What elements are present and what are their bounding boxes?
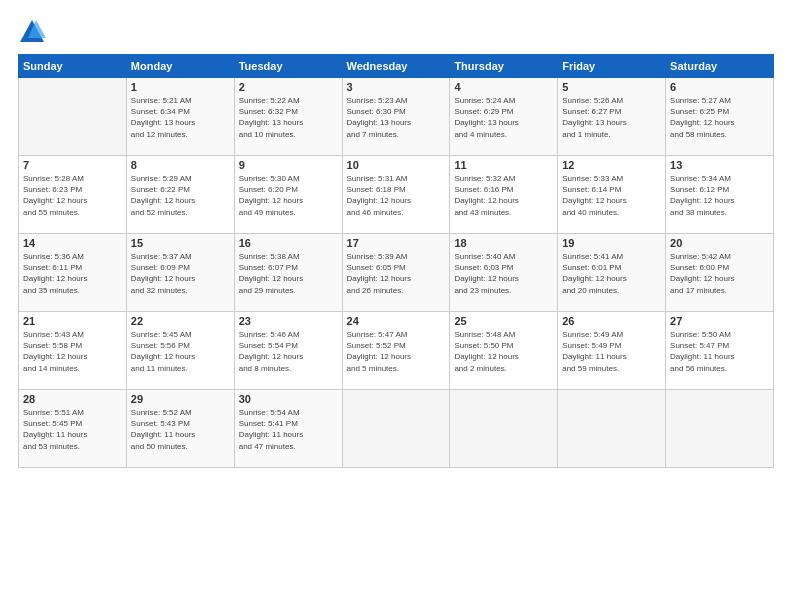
calendar-cell [19, 78, 127, 156]
logo [18, 18, 50, 46]
calendar-cell: 10Sunrise: 5:31 AM Sunset: 6:18 PM Dayli… [342, 156, 450, 234]
day-info: Sunrise: 5:33 AM Sunset: 6:14 PM Dayligh… [562, 173, 661, 218]
day-info: Sunrise: 5:39 AM Sunset: 6:05 PM Dayligh… [347, 251, 446, 296]
day-number: 20 [670, 237, 769, 249]
day-info: Sunrise: 5:47 AM Sunset: 5:52 PM Dayligh… [347, 329, 446, 374]
day-number: 8 [131, 159, 230, 171]
day-info: Sunrise: 5:37 AM Sunset: 6:09 PM Dayligh… [131, 251, 230, 296]
day-info: Sunrise: 5:30 AM Sunset: 6:20 PM Dayligh… [239, 173, 338, 218]
day-number: 26 [562, 315, 661, 327]
calendar-cell: 26Sunrise: 5:49 AM Sunset: 5:49 PM Dayli… [558, 312, 666, 390]
day-number: 21 [23, 315, 122, 327]
calendar-cell: 17Sunrise: 5:39 AM Sunset: 6:05 PM Dayli… [342, 234, 450, 312]
col-header-sunday: Sunday [19, 55, 127, 78]
day-number: 30 [239, 393, 338, 405]
day-number: 27 [670, 315, 769, 327]
calendar-cell: 22Sunrise: 5:45 AM Sunset: 5:56 PM Dayli… [126, 312, 234, 390]
day-info: Sunrise: 5:36 AM Sunset: 6:11 PM Dayligh… [23, 251, 122, 296]
day-number: 6 [670, 81, 769, 93]
calendar-cell: 30Sunrise: 5:54 AM Sunset: 5:41 PM Dayli… [234, 390, 342, 468]
day-info: Sunrise: 5:34 AM Sunset: 6:12 PM Dayligh… [670, 173, 769, 218]
day-number: 2 [239, 81, 338, 93]
calendar-cell: 27Sunrise: 5:50 AM Sunset: 5:47 PM Dayli… [666, 312, 774, 390]
day-info: Sunrise: 5:54 AM Sunset: 5:41 PM Dayligh… [239, 407, 338, 452]
day-info: Sunrise: 5:28 AM Sunset: 6:23 PM Dayligh… [23, 173, 122, 218]
day-info: Sunrise: 5:22 AM Sunset: 6:32 PM Dayligh… [239, 95, 338, 140]
day-number: 12 [562, 159, 661, 171]
calendar-cell: 13Sunrise: 5:34 AM Sunset: 6:12 PM Dayli… [666, 156, 774, 234]
day-number: 1 [131, 81, 230, 93]
day-info: Sunrise: 5:29 AM Sunset: 6:22 PM Dayligh… [131, 173, 230, 218]
day-number: 13 [670, 159, 769, 171]
day-info: Sunrise: 5:49 AM Sunset: 5:49 PM Dayligh… [562, 329, 661, 374]
calendar-cell: 11Sunrise: 5:32 AM Sunset: 6:16 PM Dayli… [450, 156, 558, 234]
day-number: 9 [239, 159, 338, 171]
col-header-wednesday: Wednesday [342, 55, 450, 78]
day-number: 10 [347, 159, 446, 171]
col-header-thursday: Thursday [450, 55, 558, 78]
day-number: 22 [131, 315, 230, 327]
col-header-friday: Friday [558, 55, 666, 78]
calendar-cell: 14Sunrise: 5:36 AM Sunset: 6:11 PM Dayli… [19, 234, 127, 312]
col-header-monday: Monday [126, 55, 234, 78]
day-info: Sunrise: 5:27 AM Sunset: 6:25 PM Dayligh… [670, 95, 769, 140]
day-info: Sunrise: 5:24 AM Sunset: 6:29 PM Dayligh… [454, 95, 553, 140]
day-number: 5 [562, 81, 661, 93]
day-number: 24 [347, 315, 446, 327]
day-number: 29 [131, 393, 230, 405]
calendar-cell: 24Sunrise: 5:47 AM Sunset: 5:52 PM Dayli… [342, 312, 450, 390]
calendar-cell: 20Sunrise: 5:42 AM Sunset: 6:00 PM Dayli… [666, 234, 774, 312]
calendar-cell: 4Sunrise: 5:24 AM Sunset: 6:29 PM Daylig… [450, 78, 558, 156]
page-header [18, 18, 774, 46]
calendar-cell: 7Sunrise: 5:28 AM Sunset: 6:23 PM Daylig… [19, 156, 127, 234]
day-info: Sunrise: 5:31 AM Sunset: 6:18 PM Dayligh… [347, 173, 446, 218]
day-info: Sunrise: 5:52 AM Sunset: 5:43 PM Dayligh… [131, 407, 230, 452]
calendar-cell: 3Sunrise: 5:23 AM Sunset: 6:30 PM Daylig… [342, 78, 450, 156]
calendar-cell: 28Sunrise: 5:51 AM Sunset: 5:45 PM Dayli… [19, 390, 127, 468]
calendar-cell: 29Sunrise: 5:52 AM Sunset: 5:43 PM Dayli… [126, 390, 234, 468]
calendar-cell: 25Sunrise: 5:48 AM Sunset: 5:50 PM Dayli… [450, 312, 558, 390]
calendar-cell: 12Sunrise: 5:33 AM Sunset: 6:14 PM Dayli… [558, 156, 666, 234]
day-info: Sunrise: 5:50 AM Sunset: 5:47 PM Dayligh… [670, 329, 769, 374]
day-info: Sunrise: 5:48 AM Sunset: 5:50 PM Dayligh… [454, 329, 553, 374]
col-header-tuesday: Tuesday [234, 55, 342, 78]
calendar-cell: 19Sunrise: 5:41 AM Sunset: 6:01 PM Dayli… [558, 234, 666, 312]
day-info: Sunrise: 5:46 AM Sunset: 5:54 PM Dayligh… [239, 329, 338, 374]
day-info: Sunrise: 5:23 AM Sunset: 6:30 PM Dayligh… [347, 95, 446, 140]
day-info: Sunrise: 5:43 AM Sunset: 5:58 PM Dayligh… [23, 329, 122, 374]
calendar-cell [666, 390, 774, 468]
calendar-cell: 2Sunrise: 5:22 AM Sunset: 6:32 PM Daylig… [234, 78, 342, 156]
calendar-cell: 18Sunrise: 5:40 AM Sunset: 6:03 PM Dayli… [450, 234, 558, 312]
day-info: Sunrise: 5:26 AM Sunset: 6:27 PM Dayligh… [562, 95, 661, 140]
day-number: 15 [131, 237, 230, 249]
day-number: 3 [347, 81, 446, 93]
calendar-cell [558, 390, 666, 468]
day-info: Sunrise: 5:21 AM Sunset: 6:34 PM Dayligh… [131, 95, 230, 140]
day-info: Sunrise: 5:40 AM Sunset: 6:03 PM Dayligh… [454, 251, 553, 296]
col-header-saturday: Saturday [666, 55, 774, 78]
calendar-table: SundayMondayTuesdayWednesdayThursdayFrid… [18, 54, 774, 468]
calendar-cell: 5Sunrise: 5:26 AM Sunset: 6:27 PM Daylig… [558, 78, 666, 156]
logo-icon [18, 18, 46, 46]
day-number: 25 [454, 315, 553, 327]
day-number: 11 [454, 159, 553, 171]
day-number: 4 [454, 81, 553, 93]
day-info: Sunrise: 5:38 AM Sunset: 6:07 PM Dayligh… [239, 251, 338, 296]
calendar-cell: 8Sunrise: 5:29 AM Sunset: 6:22 PM Daylig… [126, 156, 234, 234]
day-number: 28 [23, 393, 122, 405]
day-info: Sunrise: 5:32 AM Sunset: 6:16 PM Dayligh… [454, 173, 553, 218]
calendar-cell: 1Sunrise: 5:21 AM Sunset: 6:34 PM Daylig… [126, 78, 234, 156]
calendar-cell: 15Sunrise: 5:37 AM Sunset: 6:09 PM Dayli… [126, 234, 234, 312]
day-number: 16 [239, 237, 338, 249]
day-info: Sunrise: 5:45 AM Sunset: 5:56 PM Dayligh… [131, 329, 230, 374]
calendar-cell: 21Sunrise: 5:43 AM Sunset: 5:58 PM Dayli… [19, 312, 127, 390]
calendar-cell: 16Sunrise: 5:38 AM Sunset: 6:07 PM Dayli… [234, 234, 342, 312]
day-number: 18 [454, 237, 553, 249]
calendar-cell: 9Sunrise: 5:30 AM Sunset: 6:20 PM Daylig… [234, 156, 342, 234]
day-info: Sunrise: 5:51 AM Sunset: 5:45 PM Dayligh… [23, 407, 122, 452]
calendar-cell: 6Sunrise: 5:27 AM Sunset: 6:25 PM Daylig… [666, 78, 774, 156]
calendar-cell [450, 390, 558, 468]
calendar-cell [342, 390, 450, 468]
day-number: 7 [23, 159, 122, 171]
day-number: 17 [347, 237, 446, 249]
